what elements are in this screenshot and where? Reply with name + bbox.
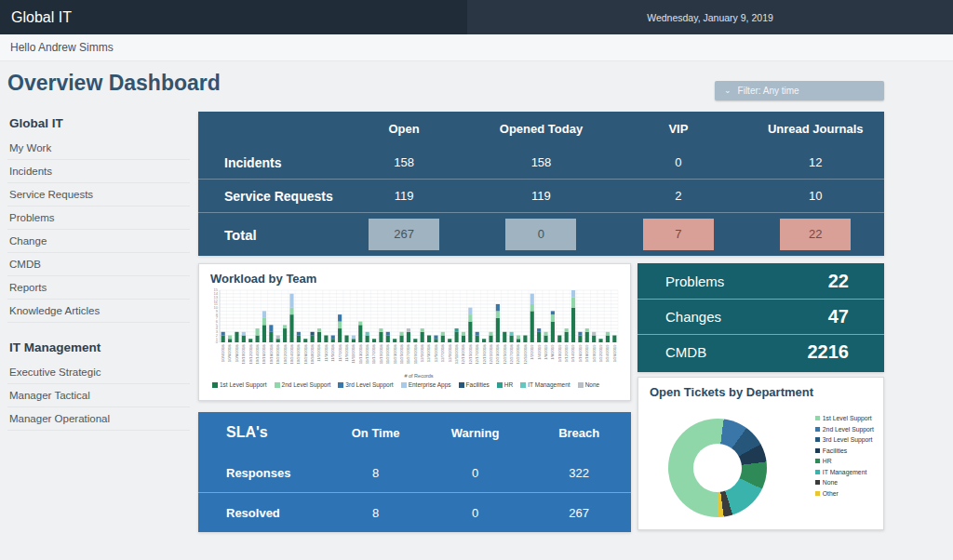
svg-text:10/6/2018: 10/6/2018 <box>227 344 232 362</box>
svg-text:11/29/2018: 11/29/2018 <box>413 344 418 364</box>
legend-swatch-icon <box>401 382 407 388</box>
svg-text:12/17/2018: 12/17/2018 <box>475 344 479 365</box>
sla-heading: SLA's <box>198 424 329 441</box>
legend-swatch-icon <box>275 382 280 388</box>
svg-text:11/17/2018: 11/17/2018 <box>371 344 376 364</box>
sidebar-item-service-requests[interactable]: Service Requests <box>7 183 190 207</box>
sidebar-item-manager-operational[interactable]: Manager Operational <box>7 407 190 431</box>
sla-cell: 8 <box>329 506 423 520</box>
svg-text:12/23/2018: 12/23/2018 <box>495 344 500 365</box>
svg-text:12/13/2018: 12/13/2018 <box>461 344 465 365</box>
donut-legend-label: IT Management <box>823 469 866 475</box>
summary-header-row: OpenOpened TodayVIPUnread Journals <box>198 112 884 146</box>
svg-text:12/25/2018: 12/25/2018 <box>503 344 507 365</box>
sla-cell: 0 <box>423 506 528 520</box>
donut-legend-swatch-icon <box>815 491 820 496</box>
kpi-value: 22 <box>828 271 849 292</box>
sla-header-row: SLA'sOn TimeWarningBreach <box>198 412 631 453</box>
svg-text:1/20/2019: 1/20/2019 <box>592 344 597 362</box>
svg-text:12/29/2018: 12/29/2018 <box>516 344 520 365</box>
svg-text:12/27/2018: 12/27/2018 <box>509 344 514 365</box>
donut-legend-swatch-icon <box>815 480 820 485</box>
svg-text:10/16/2018: 10/16/2018 <box>262 344 266 365</box>
donut-legend-label: None <box>823 479 838 486</box>
legend-label: 1st Level Support <box>220 381 267 388</box>
sla-cell: 267 <box>527 506 631 520</box>
legend-label: 3rd Level Support <box>345 381 393 388</box>
summary-total-box: 7 <box>643 219 714 250</box>
kpi-value: 47 <box>828 306 849 327</box>
svg-text:11/3/2018: 11/3/2018 <box>324 344 329 362</box>
app-title: Global IT <box>0 9 72 26</box>
donut-legend-item-facilities: Facilities <box>815 447 874 454</box>
svg-text:11/27/2018: 11/27/2018 <box>406 344 410 364</box>
sidebar-item-problems[interactable]: Problems <box>7 207 190 230</box>
svg-text:12/1/2018: 12/1/2018 <box>420 344 424 362</box>
svg-text:1/18/2019: 1/18/2019 <box>584 344 589 362</box>
legend-label: IT Management <box>528 381 570 388</box>
donut-legend-label: Facilities <box>823 447 847 454</box>
summary-total-box: 0 <box>505 219 576 250</box>
svg-text:10/22/2018: 10/22/2018 <box>283 344 288 365</box>
sla-cell: 322 <box>527 466 631 480</box>
sidebar-section-it-management: IT Management <box>7 336 190 361</box>
donut-legend-item-2nd-level-support: 2nd Level Support <box>815 426 874 433</box>
donut-chart-legend: 1st Level Support2nd Level Support3rd Le… <box>815 415 874 497</box>
summary-total-box: 22 <box>780 219 851 250</box>
kpi-row-cmdb: CMDB2216 <box>638 334 884 369</box>
svg-text:12/9/2018: 12/9/2018 <box>448 344 452 362</box>
svg-text:10/14/2018: 10/14/2018 <box>255 344 260 365</box>
tickets-summary-table: OpenOpened TodayVIPUnread JournalsIncide… <box>198 112 884 256</box>
sidebar-item-executive-strategic[interactable]: Executive Strategic <box>7 361 190 384</box>
legend-item-it-management: IT Management <box>520 381 570 388</box>
summary-row-label: Service Requests <box>198 189 335 204</box>
summary-cell: 10 <box>747 189 884 203</box>
svg-text:1/6/2019: 1/6/2019 <box>544 344 548 360</box>
svg-text:11/15/2018: 11/15/2018 <box>365 344 369 364</box>
sla-cell: 0 <box>423 466 528 480</box>
top-bar: Global IT Wednesday, January 9, 2019 <box>0 0 953 34</box>
donut-legend-item-hr: HR <box>815 458 874 464</box>
kpi-row-problems: Problems22 <box>638 263 884 299</box>
summary-cell: 158 <box>473 155 610 169</box>
filter-dropdown[interactable]: ⌄ Filter: Any time <box>715 81 884 100</box>
sidebar-item-knowledge-articles[interactable]: Knowledge Articles <box>7 300 190 323</box>
sidebar-item-manager-tactical[interactable]: Manager Tactical <box>7 384 190 407</box>
workload-chart-legend: 1st Level Support2nd Level Support3rd Le… <box>199 381 630 388</box>
donut-legend-swatch-icon <box>815 416 820 420</box>
donut-legend-item-it-management: IT Management <box>815 469 874 475</box>
summary-col-open: Open <box>335 122 472 136</box>
legend-label: Facilities <box>466 381 490 388</box>
sidebar-item-my-work[interactable]: My Work <box>7 137 190 160</box>
summary-total-cell: 267 <box>335 219 472 250</box>
svg-text:10/20/2018: 10/20/2018 <box>275 344 280 365</box>
summary-row-incidents: Incidents158158012 <box>198 146 884 179</box>
svg-text:12/3/2018: 12/3/2018 <box>426 344 431 362</box>
svg-text:11/7/2018: 11/7/2018 <box>338 344 342 362</box>
svg-text:10/28/2018: 10/28/2018 <box>303 344 308 365</box>
sidebar-item-incidents[interactable]: Incidents <box>7 160 190 183</box>
donut-legend-swatch-icon <box>815 470 820 474</box>
summary-total-label: Total <box>198 227 335 243</box>
svg-text:11/5/2018: 11/5/2018 <box>330 344 335 362</box>
summary-cell: 2 <box>610 189 746 203</box>
summary-total-cell: 22 <box>747 219 884 250</box>
svg-text:12/5/2018: 12/5/2018 <box>434 344 438 362</box>
svg-text:12/21/2018: 12/21/2018 <box>489 344 493 365</box>
donut-legend-item-1st-level-support: 1st Level Support <box>815 415 874 421</box>
sidebar-item-change[interactable]: Change <box>7 230 190 253</box>
sla-col-warning: Warning <box>423 426 528 440</box>
legend-item-facilities: Facilities <box>459 381 490 388</box>
donut-legend-label: HR <box>823 458 832 464</box>
svg-text:12/7/2018: 12/7/2018 <box>440 344 445 362</box>
sla-row-label: Responses <box>198 466 329 480</box>
svg-text:1/26/2019: 1/26/2019 <box>612 344 617 362</box>
legend-label: None <box>585 381 600 388</box>
sla-col-on-time: On Time <box>329 426 423 440</box>
legend-item-enterprise-apps: Enterprise Apps <box>401 381 451 388</box>
sidebar-item-cmdb[interactable]: CMDB <box>7 253 190 276</box>
summary-cell: 158 <box>335 155 472 169</box>
legend-swatch-icon <box>212 382 218 388</box>
sidebar-item-reports[interactable]: Reports <box>7 276 190 300</box>
kpi-value: 2216 <box>808 341 850 363</box>
